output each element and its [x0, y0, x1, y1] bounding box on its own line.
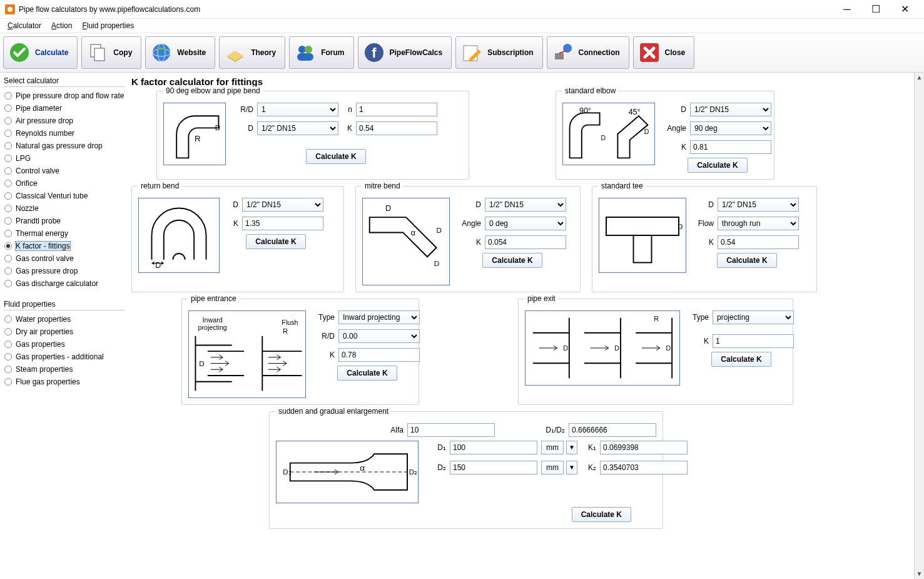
- menu-fluid-properties[interactable]: Fluid properties: [77, 20, 139, 31]
- calculate-icon: [9, 42, 30, 63]
- svg-point-1: [8, 7, 13, 12]
- fluid-radio-4[interactable]: Steam properties: [4, 363, 125, 376]
- menu-calculator[interactable]: Calculator: [3, 20, 46, 31]
- calculate-k-button[interactable]: Calculate K: [688, 158, 747, 173]
- calculator-radio-4[interactable]: Natural gas pressure drop: [4, 140, 125, 152]
- radio-label: K factor - fittings: [16, 242, 70, 250]
- radio-dot-icon: [4, 242, 12, 250]
- svg-point-5: [153, 44, 170, 61]
- calculator-radio-9[interactable]: Nozzle: [4, 202, 125, 215]
- calculator-radio-1[interactable]: Pipe diameter: [4, 102, 125, 115]
- window-title: Pipe flow calculators by www.pipeflowcal…: [19, 5, 833, 14]
- d-select[interactable]: 1/2" DN15: [690, 103, 771, 116]
- calculator-radio-0[interactable]: Pipe pressure drop and flow rate: [4, 90, 125, 102]
- vertical-scrollbar[interactable]: ▲ ▼: [914, 73, 924, 579]
- calculator-radio-5[interactable]: LPG: [4, 152, 125, 165]
- calculator-radio-13[interactable]: Gas control valve: [4, 252, 125, 265]
- calculate-k-button[interactable]: Calculate K: [717, 253, 776, 268]
- rd-select[interactable]: 0.00: [338, 329, 420, 343]
- alfa-input[interactable]: [407, 423, 495, 437]
- select-calculator-title: Select calculator: [4, 75, 125, 87]
- legend-standard-tee: standard tee: [599, 182, 646, 190]
- calculator-radio-15[interactable]: Gas discharge calculator: [4, 277, 125, 290]
- calculator-radio-2[interactable]: Air pressure drop: [4, 115, 125, 127]
- fluid-properties-title: Fluid properties: [4, 299, 125, 310]
- angle-select[interactable]: 90 deg: [690, 121, 771, 135]
- fluid-radio-3[interactable]: Gas properties - additional: [4, 351, 125, 363]
- group-pipe-entrance: pipe entrance Inward projecting Flush R: [181, 299, 419, 405]
- maximize-button[interactable]: ☐: [861, 0, 890, 19]
- website-button[interactable]: Website: [145, 36, 215, 69]
- fluid-radio-5[interactable]: Flue gas properties: [4, 376, 125, 388]
- group-return-bend: return bend D D 1/2" DN15 K: [131, 186, 344, 292]
- d1-unit: mm: [541, 441, 564, 454]
- fluid-radio-0[interactable]: Water properties: [4, 313, 125, 325]
- type-select[interactable]: Inward projecting: [338, 310, 420, 324]
- minimize-button[interactable]: ─: [833, 0, 861, 19]
- globe-icon: [151, 42, 172, 63]
- svg-text:D: D: [614, 344, 619, 352]
- calculate-k-button[interactable]: Calculate K: [337, 366, 397, 381]
- n-input[interactable]: [356, 103, 437, 116]
- menu-action[interactable]: Action: [46, 20, 77, 31]
- d-select[interactable]: 1/2" DN15: [257, 121, 338, 135]
- scroll-up-arrow[interactable]: ▲: [915, 73, 924, 83]
- forum-button[interactable]: Forum: [289, 36, 353, 69]
- radio-dot-icon: [4, 353, 12, 361]
- copy-button[interactable]: Copy: [81, 36, 141, 69]
- calculator-radio-7[interactable]: Orifice: [4, 177, 125, 190]
- svg-text:90°: 90°: [579, 106, 591, 115]
- theory-button[interactable]: Theory: [219, 36, 285, 69]
- scroll-down-arrow[interactable]: ▼: [915, 569, 924, 579]
- svg-text:Inward: Inward: [203, 316, 223, 324]
- d1-unit-dropdown[interactable]: ▼: [566, 441, 577, 454]
- calculate-k-button[interactable]: Calculate K: [482, 253, 542, 268]
- radio-dot-icon: [4, 217, 12, 225]
- radio-label: Classical Venturi tube: [16, 192, 88, 200]
- calculate-k-button[interactable]: Calculate K: [572, 507, 631, 522]
- close-button[interactable]: Close: [633, 36, 695, 69]
- radio-label: Nozzle: [16, 204, 39, 213]
- close-window-button[interactable]: ✕: [890, 0, 919, 19]
- k-label: K: [315, 351, 335, 359]
- d-select[interactable]: 1/2" DN15: [718, 198, 799, 212]
- diagram-enlargement: D₁ D₂ α: [276, 441, 419, 503]
- d2-input[interactable]: [450, 461, 537, 474]
- calculate-k-button[interactable]: Calculate K: [306, 149, 365, 164]
- calculator-radio-14[interactable]: Gas pressure drop: [4, 265, 125, 277]
- d-label: D: [695, 200, 714, 209]
- group-enlargement: sudden and gradual enlargement Alfa D₁/D…: [269, 411, 663, 529]
- svg-text:D: D: [437, 226, 442, 234]
- calculator-radio-3[interactable]: Reynolds number: [4, 127, 125, 140]
- d-select[interactable]: 1/2" DN15: [485, 198, 566, 212]
- angle-select[interactable]: 0 deg: [485, 217, 566, 230]
- rd-select[interactable]: 1: [257, 103, 338, 116]
- calculator-radio-12[interactable]: K factor - fittings: [4, 240, 125, 252]
- calculate-k-button[interactable]: Calculate K: [246, 234, 305, 249]
- pipeflowcalcs-button[interactable]: f PipeFlowCalcs: [358, 36, 452, 69]
- svg-text:D: D: [215, 124, 220, 131]
- flow-select[interactable]: through run: [718, 217, 799, 230]
- group-pipe-exit: pipe exit R D: [518, 299, 793, 405]
- calculate-k-button[interactable]: Calculate K: [711, 352, 771, 367]
- svg-text:R: R: [195, 134, 201, 143]
- calculate-button[interactable]: Calculate: [3, 36, 78, 69]
- titlebar: Pipe flow calculators by www.pipeflowcal…: [0, 0, 924, 19]
- d1-input[interactable]: [450, 441, 537, 454]
- calculator-radio-8[interactable]: Classical Venturi tube: [4, 190, 125, 202]
- calculator-radio-6[interactable]: Control valve: [4, 165, 125, 177]
- legend-return-bend: return bend: [138, 182, 181, 190]
- d-select[interactable]: 1/2" DN15: [242, 198, 323, 212]
- d2-unit-dropdown[interactable]: ▼: [566, 461, 577, 474]
- fluid-radio-1[interactable]: Dry air properties: [4, 325, 125, 338]
- connection-button[interactable]: Connection: [547, 36, 629, 69]
- calculator-radio-11[interactable]: Thermal energy: [4, 227, 125, 240]
- fluid-radio-2[interactable]: Gas properties: [4, 338, 125, 351]
- radio-dot-icon: [4, 142, 12, 150]
- book-icon: [225, 42, 246, 63]
- calculator-radio-10[interactable]: Prandtl probe: [4, 215, 125, 227]
- type-select[interactable]: projecting: [713, 310, 794, 324]
- subscription-button[interactable]: Subscription: [455, 36, 542, 69]
- svg-rect-30: [634, 235, 652, 263]
- radio-label: Gas properties - additional: [16, 352, 104, 361]
